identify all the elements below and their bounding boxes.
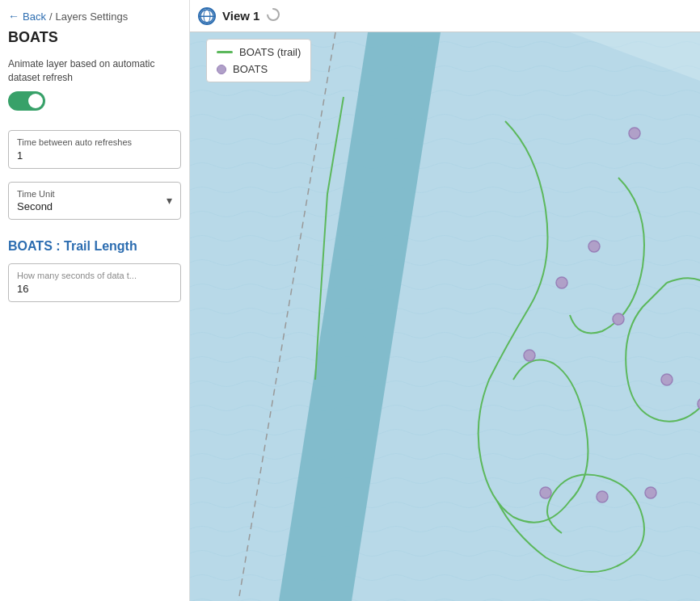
legend-boats-label: BOATS bbox=[233, 63, 268, 75]
legend-item-boats: BOATS bbox=[217, 63, 301, 75]
svg-point-0 bbox=[200, 10, 213, 23]
water-background bbox=[190, 32, 700, 601]
svg-point-3 bbox=[268, 9, 279, 20]
time-refresh-label: Time between auto refreshes bbox=[17, 137, 172, 147]
animate-toggle-wrap bbox=[8, 91, 181, 114]
breadcrumb-layers-settings: Layers Settings bbox=[56, 11, 129, 23]
time-unit-value: Second bbox=[17, 200, 55, 212]
time-unit-label: Time Unit bbox=[17, 189, 55, 199]
svg-point-15 bbox=[540, 487, 551, 498]
left-panel: ← Back / Layers Settings BOATS Animate l… bbox=[0, 0, 190, 601]
trail-data-label: How many seconds of data t... bbox=[17, 271, 172, 280]
svg-point-12 bbox=[524, 350, 535, 361]
view-title: View 1 bbox=[222, 9, 259, 23]
legend-popup: BOATS (trail) BOATS bbox=[206, 39, 311, 82]
map-panel: View 1 BOATS (trail) BOATS bbox=[190, 0, 700, 601]
time-refresh-value: 1 bbox=[17, 149, 172, 162]
breadcrumb-separator: / bbox=[49, 11, 53, 23]
time-refresh-field[interactable]: Time between auto refreshes 1 bbox=[8, 130, 181, 169]
svg-point-16 bbox=[597, 491, 608, 502]
svg-point-17 bbox=[645, 487, 656, 498]
trail-section-title: BOATS : Trail Length bbox=[8, 239, 181, 254]
globe-icon bbox=[198, 7, 216, 25]
back-arrow-icon: ← bbox=[8, 10, 19, 23]
panel-title: BOATS bbox=[8, 29, 181, 46]
svg-point-9 bbox=[588, 241, 600, 252]
time-unit-select[interactable]: Time Unit Second ▾ bbox=[8, 182, 181, 220]
back-link[interactable]: Back bbox=[23, 11, 46, 23]
legend-trail-label: BOATS (trail) bbox=[239, 46, 301, 58]
animate-label: Animate layer based on automatic dataset… bbox=[8, 57, 181, 85]
svg-point-8 bbox=[629, 128, 640, 139]
trail-data-value: 16 bbox=[17, 283, 172, 295]
chevron-down-icon: ▾ bbox=[167, 194, 172, 207]
svg-point-1 bbox=[204, 10, 210, 23]
animate-toggle[interactable] bbox=[8, 91, 45, 111]
legend-circle-icon bbox=[217, 65, 226, 74]
legend-item-trail: BOATS (trail) bbox=[217, 46, 301, 58]
svg-point-10 bbox=[556, 277, 567, 288]
trail-data-field[interactable]: How many seconds of data t... 16 bbox=[8, 263, 181, 302]
map-canvas bbox=[190, 32, 700, 601]
map-header: View 1 bbox=[190, 0, 700, 32]
loading-icon bbox=[266, 7, 280, 25]
svg-point-11 bbox=[613, 313, 624, 325]
svg-point-13 bbox=[661, 374, 673, 385]
breadcrumb: ← Back / Layers Settings bbox=[8, 10, 181, 23]
legend-line-icon bbox=[217, 51, 233, 53]
